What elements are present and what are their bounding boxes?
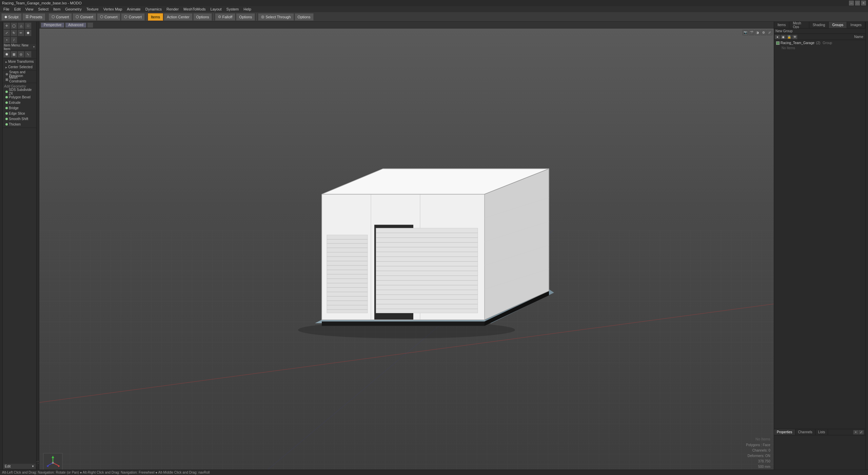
smooth-shift-label: Smooth Shift bbox=[9, 117, 28, 121]
menu-vertexmap[interactable]: Vertex Map bbox=[101, 7, 124, 12]
tool-icon-grid: ✛ ◯ △ □ ⤢ ↻ ✏ ⬟ • / bbox=[3, 22, 36, 44]
item-menu-bar[interactable]: Item Menu: New Item ▼ bbox=[3, 44, 36, 50]
sds-icon bbox=[5, 91, 8, 93]
rp-btn-lock[interactable]: 🔒 bbox=[786, 35, 792, 39]
edit-dropdown[interactable]: Edit ▼ bbox=[3, 464, 36, 469]
maximize-button[interactable]: □ bbox=[855, 1, 860, 5]
center-selected[interactable]: Center Selected bbox=[3, 64, 36, 70]
tool-select-circle[interactable]: ◯ bbox=[11, 22, 17, 29]
convert-icon-1: ⬡ bbox=[52, 15, 55, 19]
menu-geometry[interactable]: Geometry bbox=[63, 7, 83, 12]
no-items-text: No Items bbox=[746, 436, 770, 442]
prop-tab-channels[interactable]: Channels bbox=[795, 429, 815, 435]
tab-images[interactable]: Images bbox=[847, 22, 865, 28]
vp-btn-render[interactable]: 🎬 bbox=[749, 30, 754, 35]
tool-scale[interactable]: ⤢ bbox=[3, 30, 10, 36]
right-panel-tabs: Items Mesh Ops Shading Groups Images bbox=[774, 22, 865, 28]
thicken-label: Thicken bbox=[9, 122, 21, 126]
smooth-shift[interactable]: Smooth Shift bbox=[3, 116, 36, 121]
group-list: Racing_Team_Garage (2) Group No Items bbox=[774, 40, 865, 51]
menu-select[interactable]: Select bbox=[36, 7, 51, 12]
rp-btn-eye[interactable]: ● bbox=[775, 35, 780, 39]
options-button-2[interactable]: Options bbox=[236, 13, 255, 21]
menu-view[interactable]: View bbox=[23, 7, 36, 12]
transform-icon-3[interactable]: ◎ bbox=[18, 51, 24, 58]
menu-item[interactable]: Item bbox=[51, 7, 62, 12]
item-menu-chevron: ▼ bbox=[33, 45, 35, 49]
advanced-btn[interactable]: Advanced bbox=[65, 22, 86, 28]
menu-render[interactable]: Render bbox=[164, 7, 181, 12]
perspective-btn[interactable]: Perspective bbox=[41, 22, 64, 28]
menu-texture[interactable]: Texture bbox=[84, 7, 101, 12]
prop-tab-lists[interactable]: Lists bbox=[815, 429, 828, 435]
rp-btn-render-eye[interactable]: 👁 bbox=[792, 35, 797, 39]
tab-mesh-ops[interactable]: Mesh Ops bbox=[789, 22, 809, 28]
options-button-3[interactable]: Options bbox=[295, 13, 314, 21]
prop-tab-properties[interactable]: Properties bbox=[774, 429, 795, 435]
rp-btn-eye2[interactable]: ◉ bbox=[781, 35, 786, 39]
vp-btn-maximize[interactable]: ⤢ bbox=[767, 30, 772, 35]
tool-edge[interactable]: / bbox=[11, 37, 17, 43]
presets-button[interactable]: ☰ Presets bbox=[22, 13, 45, 21]
mesh-constraints[interactable]: ⊠ Mesh Constraints bbox=[3, 77, 36, 82]
items-button[interactable]: Items bbox=[148, 13, 163, 21]
menu-file[interactable]: File bbox=[1, 7, 12, 12]
menu-meshtofusion[interactable]: MeshToMods bbox=[181, 7, 208, 12]
menu-dynamics[interactable]: Dynamics bbox=[143, 7, 164, 12]
tool-pen[interactable]: ✏ bbox=[18, 30, 24, 36]
edge-slice[interactable]: Edge Slice bbox=[3, 111, 36, 116]
select-through-button[interactable]: ◎ Select Through bbox=[258, 13, 294, 21]
menu-edit[interactable]: Edit bbox=[12, 7, 23, 12]
properties-content bbox=[774, 435, 865, 469]
sculpt-button[interactable]: ◆ Sculpt bbox=[1, 13, 22, 21]
menu-system[interactable]: System bbox=[224, 7, 241, 12]
tab-items[interactable]: Items bbox=[774, 22, 789, 28]
secondary-toolbar: Perspective Advanced bbox=[39, 22, 774, 28]
action-center-button[interactable]: Action Center bbox=[164, 13, 193, 21]
vp-btn-camera[interactable]: 📷 bbox=[743, 30, 748, 35]
edge-slice-icon bbox=[5, 112, 8, 115]
prop-btn-expand[interactable]: ⤢ bbox=[859, 430, 864, 435]
raygl-btn[interactable] bbox=[87, 22, 93, 28]
tool-rotate[interactable]: ↻ bbox=[11, 30, 17, 36]
transform-icon-4[interactable]: ⤡ bbox=[25, 51, 32, 58]
tab-shading[interactable]: Shading bbox=[809, 22, 829, 28]
sds-subdivide[interactable]: SDS Subdivide 2X bbox=[3, 89, 36, 94]
convert-button-1[interactable]: ⬡ Convert bbox=[48, 13, 72, 21]
vp-btn-shading[interactable]: ◑ bbox=[755, 30, 760, 35]
transform-icon-1[interactable]: ⬟ bbox=[3, 51, 10, 58]
distance-text: 500 mm bbox=[746, 464, 770, 470]
options-button-1[interactable]: Options bbox=[193, 13, 212, 21]
transform-icon-2[interactable]: ▦ bbox=[11, 51, 17, 58]
extrude[interactable]: Extrude bbox=[3, 100, 36, 105]
tool-move[interactable]: ✛ bbox=[3, 22, 10, 29]
more-transforms[interactable]: More Transforms bbox=[3, 59, 36, 64]
separator-1 bbox=[47, 13, 47, 21]
vp-btn-settings[interactable]: ⚙ bbox=[761, 30, 766, 35]
convert-button-3[interactable]: ⬡ Convert bbox=[97, 13, 121, 21]
minimize-button[interactable]: ─ bbox=[849, 1, 854, 5]
menu-help[interactable]: Help bbox=[241, 7, 253, 12]
thicken[interactable]: Thicken bbox=[3, 121, 36, 127]
falloff-button[interactable]: ⊙ Falloff bbox=[215, 13, 235, 21]
tool-select-box[interactable]: □ bbox=[25, 22, 32, 29]
garage-model-svg bbox=[254, 150, 559, 347]
no-items-sub: No Items bbox=[775, 45, 865, 51]
group-item-racing[interactable]: Racing_Team_Garage (2) Group bbox=[775, 40, 865, 45]
tool-vertex[interactable]: • bbox=[3, 37, 10, 43]
channels-text: Channels: 0 bbox=[746, 448, 770, 453]
bridge-icon bbox=[5, 107, 8, 109]
tool-select-poly[interactable]: △ bbox=[18, 22, 24, 29]
bridge[interactable]: Bridge bbox=[3, 105, 36, 111]
menu-animate[interactable]: Animate bbox=[125, 7, 142, 12]
tab-groups[interactable]: Groups bbox=[829, 22, 847, 28]
menu-layout[interactable]: Layout bbox=[209, 7, 224, 12]
convert-button-4[interactable]: ⬡ Convert bbox=[121, 13, 145, 21]
prop-btn-add[interactable]: + bbox=[853, 430, 859, 435]
tool-paint[interactable]: ⬟ bbox=[25, 30, 32, 36]
polygon-bevel[interactable]: Polygon Bevel bbox=[3, 94, 36, 100]
svg-point-64 bbox=[52, 462, 54, 464]
close-button[interactable]: ✕ bbox=[861, 1, 866, 5]
viewport-area[interactable]: Perspective Advanced bbox=[39, 22, 774, 470]
convert-button-2[interactable]: ⬡ Convert bbox=[73, 13, 96, 21]
